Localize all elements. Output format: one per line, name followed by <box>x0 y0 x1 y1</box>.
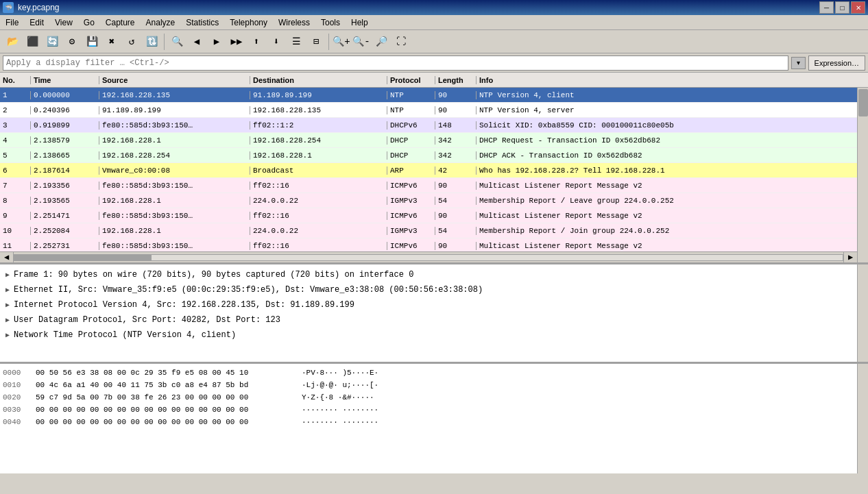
cell-info: Multicast Listener Report Message v2 <box>477 182 868 190</box>
cell-info: Multicast Listener Report Message v2 <box>477 212 868 220</box>
detail-scrollbar[interactable] <box>857 264 868 362</box>
menu-item-edit[interactable]: Edit <box>24 15 49 29</box>
toolbar-go-btn[interactable]: ▶▶ <box>227 32 246 51</box>
toolbar-restart-btn[interactable]: 🔄 <box>43 32 62 51</box>
toolbar-capture-options-btn[interactable]: ⚙ <box>62 32 82 51</box>
app-icon: 🦈 <box>3 2 14 13</box>
hex-ascii: ·Lj·@·@· u;····[· <box>302 381 378 389</box>
cell-no: 4 <box>0 136 31 145</box>
horiz-scrollbar[interactable]: ◀ ▶ <box>0 251 857 262</box>
toolbar: 📂 ⬛ 🔄 ⚙ 💾 ✖ ↺ 🔃 🔍 ◀ ▶ ▶▶ ⬆ ⬇ ☰ ⊟ 🔍+ 🔍- 🔎… <box>0 30 868 53</box>
hex-scrollbar[interactable] <box>857 364 868 473</box>
packet-detail[interactable]: ▶Frame 1: 90 bytes on wire (720 bits), 9… <box>0 264 868 364</box>
table-row[interactable]: 9 2.251471 fe80::585d:3b93:150… ff02::16… <box>0 208 868 223</box>
table-row[interactable]: 5 2.138665 192.168.228.254 192.168.228.1… <box>0 148 868 163</box>
toolbar-stop-btn[interactable]: ⬛ <box>23 32 42 51</box>
hex-bytes: 00 50 56 e3 38 08 00 0c 29 35 f9 e5 08 0… <box>36 369 296 377</box>
table-row[interactable]: 8 2.193565 192.168.228.1 224.0.0.22 IGMP… <box>0 193 868 208</box>
toolbar-down-btn[interactable]: ⬇ <box>267 32 286 51</box>
toolbar-list-btn[interactable]: ☰ <box>287 32 306 51</box>
close-button[interactable]: ✕ <box>851 1 865 14</box>
horiz-scrollbar-thumb[interactable] <box>14 255 152 260</box>
cell-len: 54 <box>435 197 477 205</box>
toolbar-refresh-btn[interactable]: 🔃 <box>142 32 161 51</box>
menu-item-help[interactable]: Help <box>346 15 374 29</box>
cell-proto: DHCP <box>387 151 435 160</box>
cell-len: 90 <box>435 242 477 250</box>
toolbar-forward-btn[interactable]: ▶ <box>207 32 226 51</box>
cell-no: 6 <box>0 166 31 175</box>
menu-item-tools[interactable]: Tools <box>315 15 346 29</box>
table-row[interactable]: 3 0.919899 fe80::585d:3b93:150… ff02::1:… <box>0 118 868 133</box>
toolbar-back-btn[interactable]: ◀ <box>187 32 206 51</box>
menu-item-telephony[interactable]: Telephony <box>224 15 273 29</box>
scroll-right-btn[interactable]: ▶ <box>843 252 857 262</box>
packet-list[interactable]: No. Time Source Destination Protocol Len… <box>0 73 868 264</box>
toolbar-up-btn[interactable]: ⬆ <box>247 32 266 51</box>
cell-len: 90 <box>435 91 477 99</box>
header-time: Time <box>31 76 99 84</box>
menu-item-wireless[interactable]: Wireless <box>273 15 315 29</box>
table-row[interactable]: 2 0.240396 91.189.89.199 192.168.228.135… <box>0 103 868 118</box>
list-item[interactable]: ▶Internet Protocol Version 4, Src: 192.1… <box>3 297 854 312</box>
header-length: Length <box>435 76 477 84</box>
cell-proto: NTP <box>387 106 435 114</box>
header-info: Info <box>477 76 868 84</box>
menu-item-file[interactable]: File <box>0 15 24 29</box>
cell-time: 2.252731 <box>31 242 99 250</box>
hex-dump[interactable]: 0000 00 50 56 e3 38 08 00 0c 29 35 f9 e5… <box>0 364 868 473</box>
list-item: 0020 59 c7 9d 5a 00 7b 00 38 fe 26 23 00… <box>3 391 854 404</box>
toolbar-zoom-in-btn[interactable]: 🔍+ <box>332 32 351 51</box>
cell-dest: 224.0.0.22 <box>250 197 387 205</box>
toolbar-search-btn[interactable]: 🔍 <box>167 32 186 51</box>
cell-dest: ff02::16 <box>250 182 387 190</box>
hex-offset: 0000 <box>3 369 30 377</box>
cell-time: 2.138579 <box>31 136 99 145</box>
menu-item-go[interactable]: Go <box>78 15 100 29</box>
list-item[interactable]: ▶Ethernet II, Src: Vmware_35:f9:e5 (00:0… <box>3 282 854 297</box>
horiz-scrollbar-track[interactable] <box>14 254 843 261</box>
list-item[interactable]: ▶Network Time Protocol (NTP Version 4, c… <box>3 328 854 343</box>
table-row[interactable]: 6 2.187614 Vmware_c0:00:08 Broadcast ARP… <box>0 163 868 178</box>
scrollbar-thumb[interactable] <box>858 89 868 116</box>
cell-no: 9 <box>0 212 31 220</box>
filter-input[interactable] <box>6 58 785 68</box>
cell-dest: ff02::16 <box>250 242 387 250</box>
expression-button[interactable]: Expression… <box>808 55 865 71</box>
minimize-button[interactable]: ─ <box>819 1 834 14</box>
table-row[interactable]: 10 2.252084 192.168.228.1 224.0.0.22 IGM… <box>0 223 868 238</box>
toolbar-save-btn[interactable]: 💾 <box>82 32 101 51</box>
toolbar-pane-btn[interactable]: ⊟ <box>306 32 326 51</box>
cell-no: 3 <box>0 121 31 129</box>
menu-item-statistics[interactable]: Statistics <box>180 15 224 29</box>
maximize-button[interactable]: □ <box>835 1 849 14</box>
table-row[interactable]: 4 2.138579 192.168.228.1 192.168.228.254… <box>0 133 868 148</box>
menu-item-capture[interactable]: Capture <box>100 15 141 29</box>
list-item: 0000 00 50 56 e3 38 08 00 0c 29 35 f9 e5… <box>3 367 854 379</box>
toolbar-open-btn[interactable]: 📂 <box>3 32 22 51</box>
toolbar-zoom-full-btn[interactable]: ⛶ <box>391 32 411 51</box>
cell-len: 90 <box>435 106 477 114</box>
toolbar-close-btn[interactable]: ✖ <box>102 32 121 51</box>
detail-text: User Datagram Protocol, Src Port: 40282,… <box>14 315 280 325</box>
toolbar-zoom-reset-btn[interactable]: 🔎 <box>372 32 391 51</box>
cell-len: 148 <box>435 121 477 129</box>
packet-list-scrollbar[interactable] <box>857 88 868 262</box>
list-item: 0040 00 00 00 00 00 00 00 00 00 00 00 00… <box>3 416 854 428</box>
toolbar-zoom-out-btn[interactable]: 🔍- <box>352 32 371 51</box>
scroll-left-btn[interactable]: ◀ <box>0 252 14 262</box>
menu-item-view[interactable]: View <box>49 15 78 29</box>
cell-source: 192.168.228.1 <box>99 136 250 145</box>
cell-proto: NTP <box>387 91 435 99</box>
filter-input-wrapper[interactable] <box>3 55 788 71</box>
list-item[interactable]: ▶Frame 1: 90 bytes on wire (720 bits), 9… <box>3 267 854 282</box>
table-row[interactable]: 1 0.000000 192.168.228.135 91.189.89.199… <box>0 88 868 103</box>
hex-bytes: 00 00 00 00 00 00 00 00 00 00 00 00 00 0… <box>36 406 296 414</box>
menu-item-analyze[interactable]: Analyze <box>141 15 181 29</box>
toolbar-reload-btn[interactable]: ↺ <box>122 32 141 51</box>
cell-source: 192.168.228.1 <box>99 197 250 205</box>
filter-dropdown-button[interactable]: ▾ <box>791 57 806 69</box>
table-row[interactable]: 7 2.193356 fe80::585d:3b93:150… ff02::16… <box>0 178 868 193</box>
detail-text: Frame 1: 90 bytes on wire (720 bits), 90… <box>14 270 413 280</box>
list-item[interactable]: ▶User Datagram Protocol, Src Port: 40282… <box>3 312 854 328</box>
